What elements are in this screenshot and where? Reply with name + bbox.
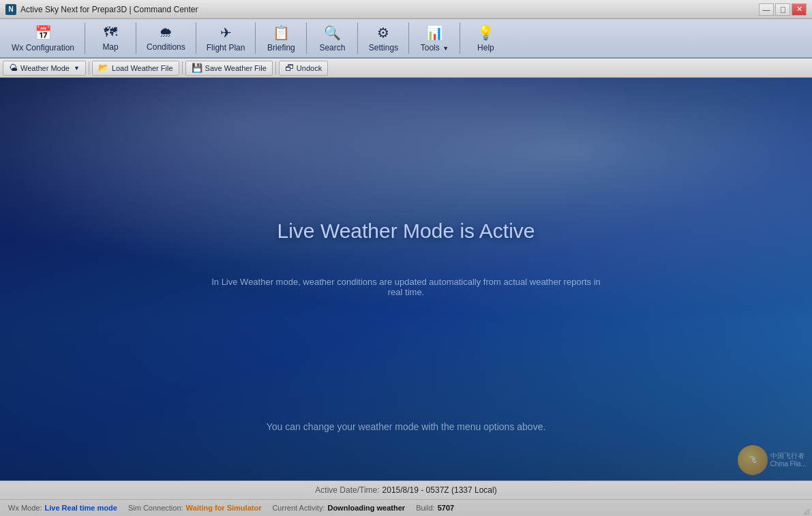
weather-mode-label: Weather Mode <box>20 64 70 72</box>
main-headline: Live Weather Mode is Active <box>277 219 535 243</box>
undock-label: Undock <box>297 64 322 72</box>
toolbar-sep-1 <box>89 61 89 75</box>
status-row-date: Active Date/Time: 2015/8/19 - 0537Z (133… <box>0 481 812 500</box>
save-weather-button[interactable]: 💾 Save Weather File <box>185 61 273 76</box>
menu-divider-7 <box>408 22 409 54</box>
briefing-icon: 📋 <box>271 25 290 41</box>
menu-item-flight-plan[interactable]: ✈ Flight Plan <box>198 21 254 55</box>
sim-conn-value: Waiting for Simulator <box>186 504 262 512</box>
main-subtitle: In Live Weather mode, weather conditions… <box>203 277 610 297</box>
undock-icon: 🗗 <box>285 63 294 73</box>
load-weather-label: Load Weather File <box>112 64 173 72</box>
menu-divider-5 <box>306 22 307 54</box>
minimize-button[interactable]: — <box>759 3 774 16</box>
menu-label-settings: Settings <box>369 43 398 52</box>
menu-label-search: Search <box>319 43 345 52</box>
tools-dropdown-arrow: ▼ <box>441 45 449 52</box>
menu-item-wx-config[interactable]: 📅 Wx Configuration <box>3 21 83 55</box>
menu-item-map[interactable]: 🗺 Map <box>87 21 134 55</box>
main-footer-text: You can change your weather mode with th… <box>267 421 546 432</box>
conditions-icon: 🌧 <box>156 25 175 40</box>
date-label: Active Date/Time: <box>315 485 379 495</box>
weather-mode-dropdown-arrow: ▼ <box>74 65 80 72</box>
menu-item-settings[interactable]: ⚙ Settings <box>359 21 407 55</box>
menu-divider-3 <box>196 22 196 54</box>
wx-mode-value: Live Real time mode <box>45 504 117 512</box>
menu-divider-4 <box>255 22 256 54</box>
wx-mode-label: Wx Mode: <box>8 504 42 512</box>
sim-conn-label: Sim Connection: <box>128 504 183 512</box>
menu-label-briefing: Briefing <box>267 43 295 52</box>
menu-label-tools: Tools ▼ <box>421 43 449 52</box>
activity-value: Downloading weather <box>327 504 405 512</box>
map-icon: 🗺 <box>101 25 120 40</box>
save-weather-icon: 💾 <box>192 63 202 73</box>
menu-label-map: Map <box>102 42 118 52</box>
load-weather-icon: 📂 <box>98 63 109 73</box>
load-weather-button[interactable]: 📂 Load Weather File <box>92 61 179 76</box>
toolbar-sep-2 <box>182 61 183 75</box>
tools-icon: 📊 <box>425 25 444 41</box>
menu-item-help[interactable]: 💡 Help <box>462 21 509 55</box>
weather-mode-icon: 🌤 <box>9 63 18 73</box>
window-title: Active Sky Next for Prepar3D | Command C… <box>20 5 759 14</box>
toolbar: 🌤 Weather Mode ▼ 📂 Load Weather File 💾 S… <box>0 59 812 78</box>
status-row-info: Wx Mode: Live Real time mode Sim Connect… <box>0 500 812 516</box>
menu-divider-1 <box>85 22 85 54</box>
menu-item-conditions[interactable]: 🌧 Conditions <box>138 21 194 55</box>
menu-label-wx-config: Wx Configuration <box>12 43 74 52</box>
help-icon: 💡 <box>476 25 495 41</box>
menu-bar: 📅 Wx Configuration 🗺 Map 🌧 Conditions ✈ … <box>0 19 812 59</box>
title-bar: N Active Sky Next for Prepar3D | Command… <box>0 0 812 19</box>
menu-item-tools[interactable]: 📊 Tools ▼ <box>410 21 458 55</box>
menu-divider-2 <box>136 22 136 54</box>
toolbar-sep-3 <box>275 61 276 75</box>
menu-divider-6 <box>357 22 358 54</box>
wx-config-icon: 📅 <box>33 25 52 41</box>
build-label: Build: <box>416 504 435 512</box>
resize-handle[interactable]: ◿ <box>804 507 809 515</box>
main-content: Live Weather Mode is Active In Live Weat… <box>0 78 812 481</box>
save-weather-label: Save Weather File <box>205 64 267 72</box>
app-icon: N <box>5 4 16 15</box>
menu-label-help: Help <box>477 43 494 52</box>
weather-mode-button[interactable]: 🌤 Weather Mode ▼ <box>3 61 86 76</box>
menu-item-briefing[interactable]: 📋 Briefing <box>257 21 305 55</box>
undock-button[interactable]: 🗗 Undock <box>279 61 328 76</box>
restore-button[interactable]: ⎕ <box>775 3 790 16</box>
build-value: 5707 <box>438 504 454 512</box>
watermark: 飞 中国飞行者China Flia... <box>738 445 807 475</box>
close-button[interactable]: ✕ <box>792 3 807 16</box>
activity-label: Current Activity: <box>272 504 325 512</box>
search-icon: 🔍 <box>322 25 342 41</box>
settings-icon: ⚙ <box>374 25 393 41</box>
flight-plan-icon: ✈ <box>216 25 235 41</box>
menu-divider-8 <box>460 22 460 54</box>
status-bar: Active Date/Time: 2015/8/19 - 0537Z (133… <box>0 481 812 516</box>
menu-item-search[interactable]: 🔍 Search <box>308 21 356 55</box>
menu-label-flight-plan: Flight Plan <box>207 43 245 52</box>
date-value: 2015/8/19 - 0537Z (1337 Local) <box>382 485 497 495</box>
window-controls: — ⎕ ✕ <box>759 3 807 16</box>
menu-label-conditions: Conditions <box>147 42 185 52</box>
